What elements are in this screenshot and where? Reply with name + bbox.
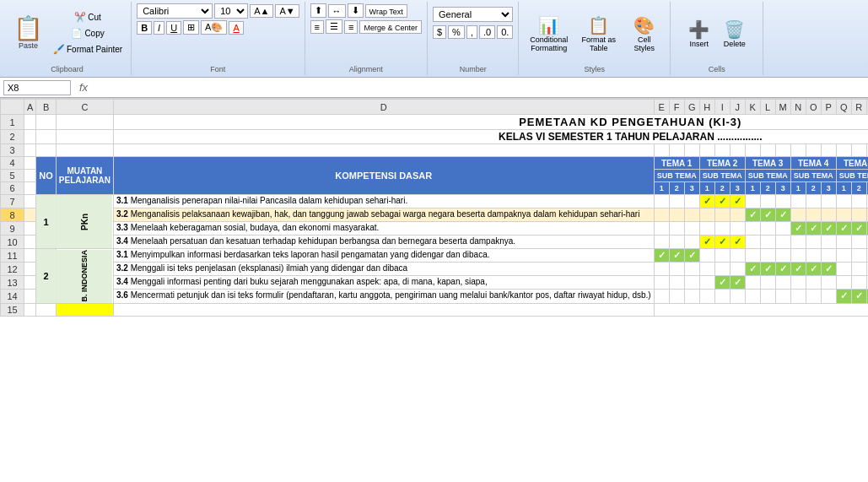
c14-l[interactable] [760, 290, 775, 303]
cell-a12[interactable] [24, 263, 36, 276]
align-center-button[interactable]: ☰ [326, 19, 342, 34]
c13-i[interactable]: ✓ [714, 276, 730, 290]
c13-n[interactable] [790, 276, 806, 290]
c14-h[interactable] [699, 290, 714, 303]
c11-p[interactable] [821, 249, 836, 263]
align-top-button[interactable]: ⬆ [310, 3, 326, 18]
cell-a5[interactable] [24, 170, 36, 182]
col-header-d[interactable]: D [113, 100, 654, 115]
kd-indo-36-cell[interactable]: 3.6 Mencermati petunjuk dan isi teks for… [113, 290, 654, 303]
cell-i3[interactable] [714, 144, 730, 157]
c14-p[interactable] [821, 290, 836, 303]
c7-q[interactable] [836, 195, 851, 209]
kd-31-cell[interactable]: 3.1 Menganalisis penerapan nilai-nilai P… [113, 195, 654, 209]
cell-c15[interactable] [56, 303, 113, 316]
cell-a9[interactable] [24, 222, 36, 236]
c8-p[interactable] [821, 209, 836, 222]
cut-button[interactable]: ✂️ Cut [50, 10, 126, 24]
c9-o[interactable]: ✓ [806, 222, 821, 236]
paste-button[interactable]: 📋 Paste [8, 4, 48, 63]
cell-styles-button[interactable]: 🎨 Cell Styles [625, 8, 663, 59]
c10-h[interactable]: ✓ [699, 236, 714, 249]
c10-j[interactable]: ✓ [730, 236, 745, 249]
cell-b3[interactable] [36, 144, 57, 157]
c8-n[interactable] [790, 209, 806, 222]
c11-k[interactable] [745, 249, 760, 263]
c14-q[interactable]: ✓ [836, 290, 851, 303]
c10-n[interactable] [790, 236, 806, 249]
c13-e[interactable] [654, 276, 669, 290]
c12-p[interactable]: ✓ [821, 263, 836, 276]
c9-p[interactable]: ✓ [821, 222, 836, 236]
font-color-button[interactable]: A [229, 21, 243, 35]
cell-p3[interactable] [821, 144, 836, 157]
c8-o[interactable] [806, 209, 821, 222]
c13-l[interactable] [760, 276, 775, 290]
kd-indo-34-cell[interactable]: 3.4 Menggali informasi penting dari buku… [113, 276, 654, 290]
copy-button[interactable]: 📄 Copy [50, 26, 126, 41]
col-header-h[interactable]: H [699, 100, 714, 115]
col-header-f[interactable]: F [669, 100, 684, 115]
cell-f3[interactable] [669, 144, 684, 157]
c14-g[interactable] [684, 290, 699, 303]
c14-o[interactable] [806, 290, 821, 303]
c12-k[interactable]: ✓ [745, 263, 760, 276]
c13-k[interactable] [745, 276, 760, 290]
c13-p[interactable] [821, 276, 836, 290]
cell-e3[interactable] [654, 144, 669, 157]
c10-q[interactable] [836, 236, 851, 249]
c14-e[interactable] [654, 290, 669, 303]
c9-e[interactable] [654, 222, 669, 236]
col-header-r[interactable]: R [851, 100, 866, 115]
c12-q[interactable] [836, 263, 851, 276]
c11-o[interactable] [806, 249, 821, 263]
c8-e[interactable] [654, 209, 669, 222]
c8-k[interactable]: ✓ [745, 209, 760, 222]
c10-f[interactable] [669, 236, 684, 249]
c9-q[interactable]: ✓ [836, 222, 851, 236]
cell-d3[interactable] [113, 144, 654, 157]
c9-l[interactable] [760, 222, 775, 236]
cell-q3[interactable] [836, 144, 851, 157]
c14-r[interactable]: ✓ [851, 290, 866, 303]
col-header-p[interactable]: P [821, 100, 836, 115]
align-left-button[interactable]: ≡ [310, 20, 324, 34]
percent-button[interactable]: % [448, 25, 465, 39]
col-header-q[interactable]: Q [836, 100, 851, 115]
c7-l[interactable] [760, 195, 775, 209]
c7-i[interactable]: ✓ [714, 195, 730, 209]
c9-n[interactable]: ✓ [790, 222, 806, 236]
cell-b15[interactable] [36, 303, 57, 316]
bold-button[interactable]: B [137, 21, 152, 35]
cell-b2[interactable] [36, 130, 57, 144]
cell-a11[interactable] [24, 249, 36, 263]
kd-indo-32-cell[interactable]: 3.2 Menggali isi teks penjelasan (ekspla… [113, 263, 654, 276]
c10-o[interactable] [806, 236, 821, 249]
col-header-c[interactable]: C [56, 100, 113, 115]
col-header-g[interactable]: G [684, 100, 699, 115]
cell-c3[interactable] [56, 144, 113, 157]
c11-e[interactable]: ✓ [654, 249, 669, 263]
sheet-container[interactable]: A B C D E F G H I J K L M N O P Q R S T [0, 99, 868, 482]
c12-g[interactable] [684, 263, 699, 276]
col-header-n[interactable]: N [790, 100, 806, 115]
c12-n[interactable]: ✓ [790, 263, 806, 276]
kd-33-cell[interactable]: 3.3 Menelaah keberagaman sosial, budaya,… [113, 222, 654, 236]
c14-i[interactable] [714, 290, 730, 303]
italic-button[interactable]: I [154, 21, 164, 35]
c10-i[interactable]: ✓ [714, 236, 730, 249]
c12-j[interactable] [730, 263, 745, 276]
c8-j[interactable] [730, 209, 745, 222]
c8-q[interactable] [836, 209, 851, 222]
c7-k[interactable] [745, 195, 760, 209]
cell-a2[interactable] [24, 130, 36, 144]
c8-l[interactable]: ✓ [760, 209, 775, 222]
c9-i[interactable] [714, 222, 730, 236]
c14-f[interactable] [669, 290, 684, 303]
format-as-table-button[interactable]: 📋 Format as Table [575, 8, 622, 59]
underline-button[interactable]: U [166, 21, 181, 35]
cell-n3[interactable] [790, 144, 806, 157]
c11-r[interactable] [851, 249, 866, 263]
c9-f[interactable] [669, 222, 684, 236]
c12-e[interactable] [654, 263, 669, 276]
